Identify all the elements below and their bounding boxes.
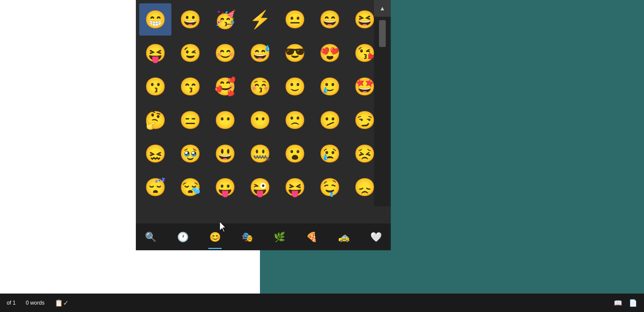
status-bar-right: 📖 📄 — [614, 299, 637, 307]
scrollbar-track[interactable] — [374, 17, 391, 206]
emoji-cell[interactable]: 🤐 — [244, 138, 276, 170]
emoji-cell[interactable]: 😅 — [244, 37, 276, 69]
emoji-cell[interactable]: 🙂 — [279, 70, 311, 103]
emoji-cell[interactable]: 😄 — [314, 3, 346, 36]
scrollbar-thumb[interactable] — [379, 20, 386, 47]
emoji-cell[interactable]: 😝 — [139, 37, 171, 69]
nature-category-button[interactable]: 🌿 — [270, 227, 289, 246]
book-view-icon[interactable]: 📖 — [614, 299, 622, 307]
emoji-cell[interactable]: 😃 — [209, 138, 241, 170]
status-bar: of 1 0 words 📋✓ 📖 📄 — [0, 294, 644, 312]
search-category-button[interactable]: 🔍 — [141, 227, 160, 246]
emoji-cell[interactable]: 😊 — [209, 37, 241, 69]
nature-icon: 🌿 — [274, 231, 285, 243]
page-info: of 1 — [7, 300, 16, 306]
emoji-cell[interactable]: 😙 — [174, 70, 206, 103]
people-icon: 🎭 — [241, 231, 253, 243]
smiley-category-button[interactable]: 😊 — [206, 227, 224, 246]
emoji-cell[interactable]: 😑 — [174, 104, 206, 136]
emoji-cell[interactable]: 🥲 — [314, 70, 346, 103]
smiley-icon: 😊 — [209, 231, 221, 243]
emoji-grid: 😁 😀 🥳 ⚡ 😐 😄 😆 😝 😉 😊 😅 😎 😍 😘 😗 😙 🥰 😚 🙂 🥲 … — [136, 0, 374, 207]
clock-icon: 🕐 — [177, 231, 189, 243]
emoji-cell[interactable]: 😍 — [314, 37, 346, 69]
objects-category-button[interactable]: 🤍 — [367, 227, 385, 246]
emoji-cell[interactable]: 😁 — [139, 3, 171, 36]
single-page-icon[interactable]: 📄 — [629, 299, 637, 307]
emoji-cell[interactable]: 😀 — [174, 3, 206, 36]
emoji-cell[interactable]: 😮 — [279, 138, 311, 170]
emoji-cell[interactable]: 😗 — [139, 70, 171, 103]
travel-category-button[interactable]: 🚕 — [334, 227, 353, 246]
emoji-cell[interactable]: 🫤 — [314, 104, 346, 136]
document-check-icon[interactable]: 📋✓ — [55, 299, 69, 307]
emoji-cell[interactable]: 😛 — [209, 171, 241, 203]
emoji-cell[interactable]: 🤤 — [314, 171, 346, 203]
emoji-cell[interactable]: 😉 — [174, 37, 206, 69]
scroll-up-button[interactable]: ▲ — [374, 0, 391, 17]
travel-icon: 🚕 — [338, 231, 350, 243]
emoji-cell[interactable]: 😎 — [279, 37, 311, 69]
category-bar: 🔍 🕐 😊 🎭 🌿 🍕 🚕 🤍 — [136, 223, 391, 250]
word-count: 0 words — [26, 300, 45, 306]
emoji-cell[interactable]: 😶 — [244, 104, 276, 136]
emoji-cell[interactable]: 🥰 — [209, 70, 241, 103]
food-icon: 🍕 — [306, 231, 318, 243]
emoji-cell[interactable]: 🤔 — [139, 104, 171, 136]
search-icon: 🔍 — [145, 231, 157, 243]
emoji-cell[interactable]: 😖 — [139, 138, 171, 170]
emoji-cell[interactable]: 😶 — [209, 104, 241, 136]
emoji-cell[interactable]: 😢 — [314, 138, 346, 170]
food-category-button[interactable]: 🍕 — [302, 227, 321, 246]
emoji-cell[interactable]: 😜 — [244, 171, 276, 203]
emoji-cell[interactable]: 😴 — [139, 171, 171, 203]
emoji-cell[interactable]: 😚 — [244, 70, 276, 103]
emoji-cell[interactable]: 😪 — [174, 171, 206, 203]
people-category-button[interactable]: 🎭 — [238, 227, 257, 246]
emoji-picker: ▲ 😁 😀 🥳 ⚡ 😐 😄 😆 😝 😉 😊 😅 😎 😍 😘 😗 😙 🥰 😚 🙂 … — [136, 0, 391, 250]
objects-icon: 🤍 — [370, 231, 382, 243]
emoji-cell[interactable]: 😐 — [279, 3, 311, 36]
emoji-cell[interactable]: 🥹 — [174, 138, 206, 170]
emoji-cell[interactable]: 🙁 — [279, 104, 311, 136]
emoji-cell[interactable]: 😝 — [279, 171, 311, 203]
emoji-cell[interactable]: ⚡ — [244, 3, 276, 36]
recent-category-button[interactable]: 🕐 — [173, 227, 192, 246]
emoji-cell[interactable]: 🥳 — [209, 3, 241, 36]
